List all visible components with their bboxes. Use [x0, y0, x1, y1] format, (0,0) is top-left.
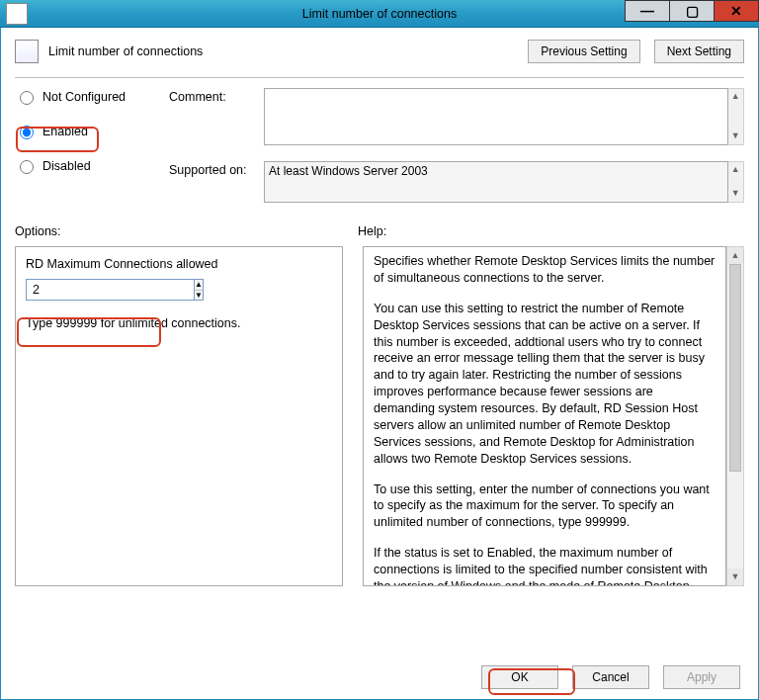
supported-on-field: At least Windows Server 2003 — [264, 161, 728, 203]
comment-scrollbar[interactable]: ▲▼ — [728, 88, 744, 145]
radio-not-configured-label: Not Configured — [42, 90, 126, 104]
next-setting-button[interactable]: Next Setting — [654, 40, 744, 63]
scroll-up-icon[interactable]: ▲ — [727, 247, 743, 264]
help-paragraph: If the status is set to Enabled, the max… — [374, 545, 716, 586]
app-icon — [6, 3, 28, 25]
comment-label: Comment: — [169, 88, 258, 104]
radio-disabled-label: Disabled — [42, 159, 91, 173]
help-scrollbar[interactable]: ▲ ▼ — [726, 246, 744, 586]
radio-disabled-input[interactable] — [20, 160, 34, 174]
stepper-buttons[interactable]: ▲ ▼ — [194, 279, 204, 301]
dialog-buttons: OK Cancel Apply — [481, 665, 740, 689]
close-button[interactable]: ✕ — [714, 0, 759, 22]
stepper-up-icon[interactable]: ▲ — [195, 280, 203, 291]
radio-enabled[interactable]: Enabled — [15, 123, 163, 139]
rd-max-connections-stepper[interactable]: ▲ ▼ — [26, 279, 156, 301]
apply-button[interactable]: Apply — [663, 665, 740, 689]
options-label: Options: — [15, 224, 358, 238]
options-help-labels: Options: Help: — [15, 224, 744, 238]
scroll-track[interactable] — [727, 264, 743, 569]
scroll-down-icon[interactable]: ▼ — [727, 569, 743, 585]
radio-disabled[interactable]: Disabled — [15, 157, 163, 174]
maximize-button[interactable]: ▢ — [669, 0, 715, 22]
scroll-thumb[interactable] — [729, 264, 741, 472]
radio-enabled-label: Enabled — [42, 125, 88, 138]
help-paragraph: To use this setting, enter the number of… — [374, 481, 716, 532]
rd-max-connections-label: RD Maximum Connections allowed — [26, 257, 332, 271]
comment-field[interactable] — [264, 88, 728, 145]
comment-field-wrap: ▲▼ — [264, 88, 744, 145]
rd-max-connections-input[interactable] — [26, 279, 194, 301]
state-radio-group: Not Configured Enabled Disabled — [15, 88, 163, 192]
cancel-button[interactable]: Cancel — [572, 665, 649, 689]
options-pane: RD Maximum Connections allowed ▲ ▼ Type … — [15, 246, 343, 586]
header-row: Limit number of connections Previous Set… — [15, 40, 744, 63]
supported-on-field-wrap: At least Windows Server 2003 ▲▼ — [264, 161, 744, 203]
options-help-panes: RD Maximum Connections allowed ▲ ▼ Type … — [15, 246, 744, 586]
title-bar: Limit number of connections — ▢ ✕ — [0, 0, 759, 28]
window-controls: — ▢ ✕ — [626, 0, 759, 28]
policy-editor-icon — [15, 40, 39, 63]
dialog-client-area: Limit number of connections Previous Set… — [0, 28, 759, 700]
settings-grid: Not Configured Enabled Disabled Comment:… — [15, 88, 744, 203]
help-paragraph: You can use this setting to restrict the… — [374, 301, 716, 468]
stepper-down-icon[interactable]: ▼ — [195, 291, 203, 301]
minimize-button[interactable]: — — [625, 0, 670, 22]
policy-title: Limit number of connections — [48, 44, 203, 58]
help-label: Help: — [358, 224, 386, 238]
previous-setting-button[interactable]: Previous Setting — [528, 40, 639, 63]
help-wrap: Specifies whether Remote Desktop Service… — [363, 246, 744, 586]
supported-on-label: Supported on: — [169, 161, 258, 177]
supported-on-scrollbar[interactable]: ▲▼ — [728, 161, 744, 203]
radio-not-configured[interactable]: Not Configured — [15, 88, 163, 105]
options-hint: Type 999999 for unlimited connections. — [26, 316, 332, 330]
ok-button[interactable]: OK — [481, 665, 558, 689]
help-pane: Specifies whether Remote Desktop Service… — [363, 246, 726, 586]
help-paragraph: Specifies whether Remote Desktop Service… — [374, 253, 716, 287]
separator — [15, 77, 744, 78]
radio-not-configured-input[interactable] — [20, 91, 34, 105]
radio-enabled-input[interactable] — [20, 126, 34, 139]
